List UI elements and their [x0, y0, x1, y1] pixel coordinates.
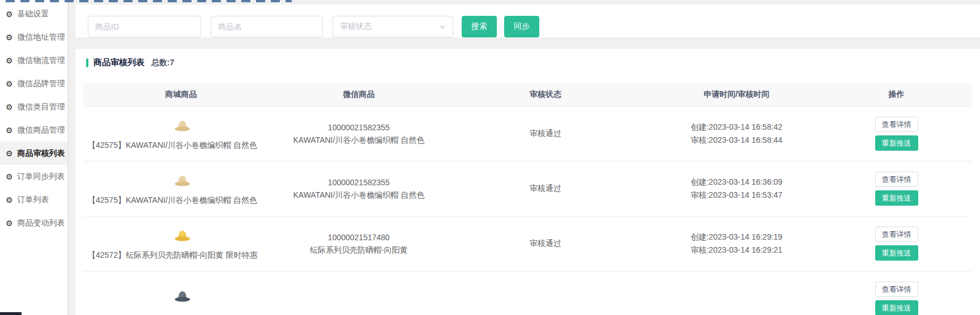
wechat-product-name: KAWATANI/川谷小卷檐编织帽 自然色 [279, 134, 438, 146]
audit-status: 审核通过 [530, 239, 561, 249]
sidebar-item[interactable]: ⚙ 基础设置 [0, 2, 67, 25]
column-header: 审核状态 [439, 90, 653, 100]
gear-icon: ⚙ [6, 219, 13, 227]
title-accent-bar [86, 58, 88, 67]
audit-status: 审核通过 [530, 184, 561, 194]
sidebar-item-label: 微信物流管理 [18, 56, 65, 66]
sidebar-nav: ⚙ 基础设置 ⚙ 微信地址管理 ⚙ 微信物流管理 ⚙ 微信品牌管理 ⚙ 微信类目… [0, 2, 67, 235]
list-title-bar: 商品审核列表 总数:7 [75, 57, 980, 68]
gear-icon: ⚙ [6, 173, 13, 181]
audit-status: 审核通过 [530, 129, 561, 139]
sidebar-item[interactable]: ⚙ 微信地址管理 [0, 25, 67, 49]
sidebar-item[interactable]: ⚙ 订单同步列表 [0, 165, 67, 188]
repush-button[interactable]: 重新推送 [875, 300, 918, 315]
sidebar-item[interactable]: ⚙ 商品审核列表 [0, 142, 67, 165]
table-body: 【42575】KAWATANI/川谷小卷檐编织帽 自然色 10000021582… [83, 107, 972, 315]
wechat-product-name: 纭际系列贝壳防晒帽-向阳黄 [279, 244, 438, 256]
gear-icon: ⚙ [6, 10, 13, 18]
column-header: 微信商品 [279, 90, 438, 100]
audit-status-select[interactable]: 审核状态 [333, 16, 453, 37]
table-row: 【42572】纭际系列贝壳防晒帽-向阳黄 限时特惠 10000021517480… [83, 216, 972, 271]
clipped-header-remnant [6, 0, 292, 2]
audit-status-placeholder: 审核状态 [340, 22, 372, 32]
sidebar: ⚙ 基础设置 ⚙ 微信地址管理 ⚙ 微信物流管理 ⚙ 微信品牌管理 ⚙ 微信类目… [0, 0, 68, 315]
sidebar-item[interactable]: ⚙ 微信商品管理 [0, 118, 67, 142]
hat-icon [173, 172, 191, 190]
wechat-product-id: 10000021582355 [279, 121, 438, 134]
gear-icon: ⚙ [6, 80, 13, 88]
main-content: 审核状态 搜索 同步 商品审核列表 总数:7 商城商品微信商品审核状态申请时间/… [68, 0, 980, 315]
created-time: 创建:2023-03-14 16:29:19 [691, 231, 782, 244]
view-detail-button[interactable]: 查看详情 [875, 227, 918, 242]
view-detail-button[interactable]: 查看详情 [875, 282, 918, 297]
audited-time: 审核:2023-03-14 16:53:47 [691, 189, 782, 202]
hat-icon [173, 227, 191, 245]
sidebar-item[interactable]: ⚙ 微信类目管理 [0, 95, 67, 118]
filter-bar: 审核状态 搜索 同步 [75, 5, 980, 37]
table-row: 查看详情 重新推送 [83, 271, 972, 315]
sidebar-item-label: 商品变动列表 [18, 218, 65, 228]
view-detail-button[interactable]: 查看详情 [875, 172, 918, 187]
sidebar-item[interactable]: ⚙ 微信品牌管理 [0, 72, 67, 95]
gear-icon: ⚙ [6, 126, 13, 134]
gear-icon: ⚙ [6, 196, 13, 204]
wechat-product-name: KAWATANI/川谷小卷檐编织帽 自然色 [279, 189, 438, 201]
sidebar-item-label: 微信品牌管理 [18, 79, 65, 89]
hat-icon [173, 288, 191, 306]
page-title: 商品审核列表 [93, 57, 144, 68]
product-image [173, 227, 192, 246]
sidebar-item-label: 微信地址管理 [18, 32, 65, 42]
table-row: 【42575】KAWATANI/川谷小卷檐编织帽 自然色 10000021582… [83, 161, 972, 216]
mall-product-title: 【42572】纭际系列贝壳防晒帽-向阳黄 限时特惠 [88, 250, 276, 261]
created-time: 创建:2023-03-14 16:36:09 [691, 176, 782, 189]
sidebar-item-label: 商品审核列表 [18, 148, 65, 159]
audit-table: 商城商品微信商品审核状态申请时间/审核时间操作 【42575】KAWATANI/… [83, 83, 972, 315]
product-image [173, 287, 192, 307]
product-image [173, 172, 192, 191]
app-window: ⚙ 基础设置 ⚙ 微信地址管理 ⚙ 微信物流管理 ⚙ 微信品牌管理 ⚙ 微信类目… [0, 0, 980, 315]
column-header: 申请时间/审核时间 [652, 90, 821, 100]
sidebar-item-label: 基础设置 [18, 9, 49, 19]
sidebar-item-label: 微信商品管理 [18, 125, 65, 135]
gear-icon: ⚙ [6, 150, 13, 158]
view-detail-button[interactable]: 查看详情 [875, 117, 918, 132]
sidebar-item-label: 订单列表 [18, 195, 49, 205]
gear-icon: ⚙ [6, 57, 13, 65]
product-name-input[interactable] [211, 16, 323, 37]
hat-icon [173, 117, 191, 135]
sidebar-item-label: 微信类目管理 [18, 102, 65, 112]
gear-icon: ⚙ [6, 33, 13, 41]
mall-product-title: 【42575】KAWATANI/川谷小卷檐编织帽 自然色 [88, 141, 276, 151]
sidebar-item-label: 订单同步列表 [18, 172, 65, 182]
column-header: 商城商品 [83, 90, 279, 100]
repush-button[interactable]: 重新推送 [875, 190, 918, 206]
sidebar-item[interactable]: ⚙ 微信物流管理 [0, 49, 67, 72]
chevron-down-icon [439, 23, 446, 30]
product-id-input[interactable] [88, 16, 201, 37]
wechat-product-id: 10000021582355 [279, 176, 438, 189]
created-time: 创建:2023-03-14 16:58:42 [691, 121, 782, 134]
clipped-element-remnant [0, 312, 22, 315]
mall-product-title: 【42575】KAWATANI/川谷小卷檐编织帽 自然色 [88, 195, 276, 206]
audited-time: 审核:2023-03-14 16:58:44 [691, 134, 782, 147]
table-header-row: 商城商品微信商品审核状态申请时间/审核时间操作 [83, 83, 972, 107]
total-count: 总数:7 [151, 58, 174, 68]
sync-button[interactable]: 同步 [504, 16, 539, 37]
audit-list-card: 商品审核列表 总数:7 商城商品微信商品审核状态申请时间/审核时间操作 【425… [75, 49, 980, 315]
column-header: 操作 [821, 90, 972, 100]
wechat-product-id: 10000021517480 [279, 231, 438, 244]
product-image [173, 117, 192, 136]
audited-time: 审核:2023-03-14 16:29:21 [691, 244, 782, 257]
repush-button[interactable]: 重新推送 [875, 135, 918, 151]
table-row: 【42575】KAWATANI/川谷小卷檐编织帽 自然色 10000021582… [83, 107, 972, 161]
sidebar-item[interactable]: ⚙ 订单列表 [0, 188, 67, 211]
search-button[interactable]: 搜索 [462, 16, 497, 37]
sidebar-item[interactable]: ⚙ 商品变动列表 [0, 211, 67, 235]
repush-button[interactable]: 重新推送 [875, 245, 918, 261]
gear-icon: ⚙ [6, 103, 13, 111]
